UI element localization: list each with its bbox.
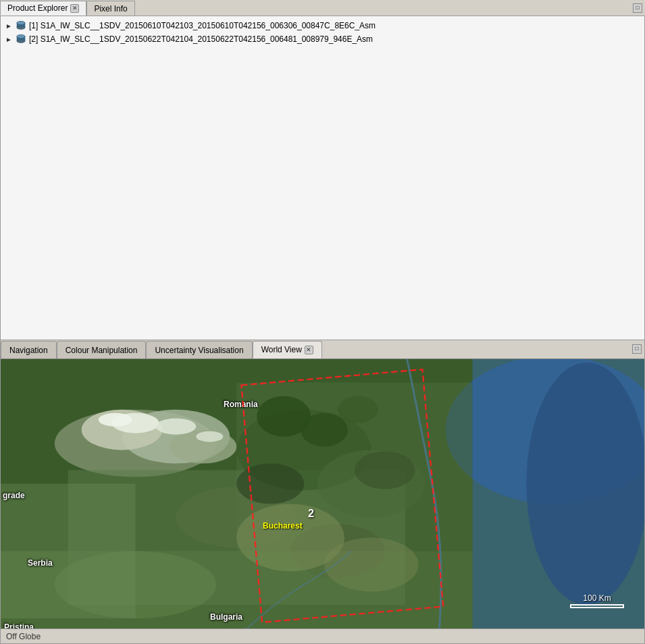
- svg-point-11: [526, 363, 644, 605]
- svg-point-32: [236, 464, 304, 504]
- svg-point-17: [156, 419, 197, 435]
- bottom-panel: Navigation Colour Manipulation Uncertain…: [0, 340, 645, 644]
- tab-world-view[interactable]: World View ✕: [253, 341, 322, 358]
- status-bar: Off Globe: [1, 628, 644, 643]
- svg-point-31: [338, 396, 378, 423]
- tab-product-explorer-label: Product Explorer: [7, 3, 68, 13]
- product-item-1[interactable]: ► [1] S1A_IW_SLC__1SDV_20150610T042103_2…: [2, 19, 643, 32]
- tab-pixel-info-label: Pixel Info: [94, 4, 127, 14]
- tab-uncertainty-visualisation[interactable]: Uncertainty Visualisation: [146, 341, 252, 358]
- top-panel-tabs: Product Explorer ✕ Pixel Info: [0, 0, 135, 16]
- svg-point-30: [301, 413, 348, 447]
- world-view-map[interactable]: Romania Serbia Bulgaria Pristina grade B…: [1, 359, 644, 628]
- label-serbia: Serbia: [28, 558, 53, 568]
- top-panel: ► [1] S1A_IW_SLC__1SDV_20150610T042103_2…: [0, 16, 645, 340]
- svg-point-33: [355, 452, 415, 489]
- close-product-explorer-icon[interactable]: ✕: [70, 4, 79, 13]
- svg-point-3: [17, 22, 25, 25]
- tab-uncertainty-visualisation-label: Uncertainty Visualisation: [155, 346, 243, 355]
- expand-arrow-1[interactable]: ►: [5, 22, 13, 30]
- label-pristina: Pristina: [4, 622, 34, 628]
- product-label-1: [1] S1A_IW_SLC__1SDV_20150610T042103_201…: [29, 21, 376, 30]
- tab-navigation-label: Navigation: [9, 346, 48, 355]
- main-window: Product Explorer ✕ Pixel Info □ ►: [0, 0, 645, 644]
- label-bucharest: Bucharest: [263, 521, 303, 531]
- scale-bar-line: [570, 604, 624, 608]
- map-background-svg: [1, 359, 644, 628]
- bottom-tabs: Navigation Colour Manipulation Uncertain…: [1, 340, 644, 359]
- svg-rect-28: [1, 484, 136, 619]
- tab-colour-manipulation[interactable]: Colour Manipulation: [57, 341, 147, 358]
- expand-arrow-2[interactable]: ►: [5, 35, 13, 43]
- svg-point-6: [17, 40, 25, 43]
- scale-bar-label: 100 Km: [583, 593, 611, 603]
- product-icon-1: [16, 21, 26, 30]
- product-label-2: [2] S1A_IW_SLC__1SDV_20150622T042104_201…: [29, 34, 373, 44]
- stack-svg-2: [16, 34, 26, 44]
- product-item-2[interactable]: ► [2] S1A_IW_SLC__1SDV_20150622T042104_2…: [2, 32, 643, 46]
- label-romania: Romania: [224, 400, 258, 409]
- tab-navigation[interactable]: Navigation: [1, 341, 57, 358]
- scale-bar: 100 Km: [570, 593, 624, 608]
- bottom-panel-maximize-button[interactable]: □: [632, 344, 642, 354]
- svg-point-7: [17, 35, 25, 38]
- product-list: ► [1] S1A_IW_SLC__1SDV_20150610T042103_2…: [1, 16, 644, 340]
- tab-colour-manipulation-label: Colour Manipulation: [66, 346, 138, 355]
- tab-world-view-label: World View: [261, 345, 302, 354]
- svg-point-19: [196, 431, 223, 442]
- label-grade: grade: [3, 491, 25, 500]
- close-world-view-icon[interactable]: ✕: [305, 346, 313, 354]
- svg-point-18: [99, 413, 132, 427]
- top-panel-header: Product Explorer ✕ Pixel Info □: [0, 0, 645, 16]
- top-panel-maximize-button[interactable]: □: [633, 3, 642, 13]
- status-text: Off Globe: [6, 632, 41, 641]
- svg-point-2: [17, 26, 25, 30]
- tab-product-explorer[interactable]: Product Explorer ✕: [0, 1, 86, 16]
- svg-point-35: [324, 537, 419, 591]
- label-bulgaria: Bulgaria: [210, 612, 242, 622]
- stack-svg-1: [16, 21, 26, 30]
- product-icon-2: [16, 34, 26, 44]
- tab-pixel-info[interactable]: Pixel Info: [86, 1, 134, 16]
- map-number-2: 2: [308, 508, 314, 520]
